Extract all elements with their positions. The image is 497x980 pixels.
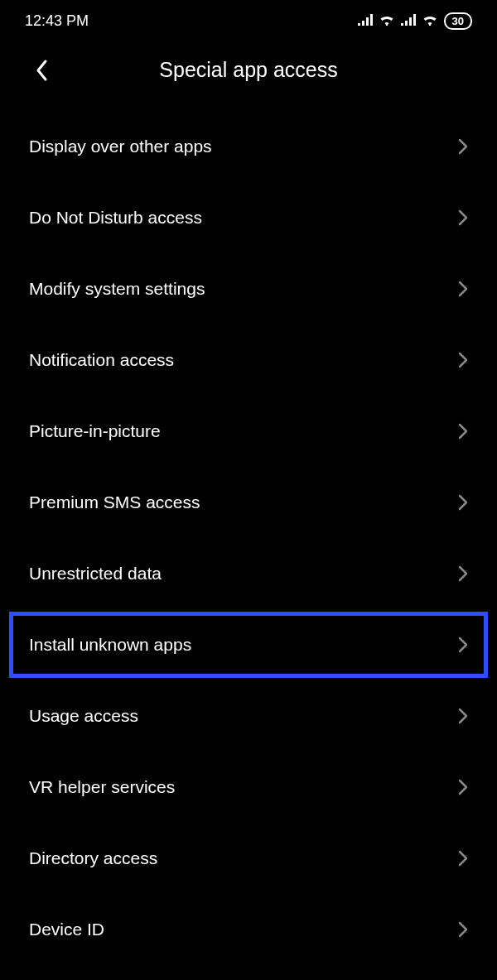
chevron-right-icon [458, 637, 468, 653]
item-label: Device ID [29, 920, 104, 939]
status-bar: 12:43 PM 30 [0, 0, 497, 41]
list-item-install-unknown-apps[interactable]: Install unknown apps [7, 609, 490, 680]
list-item-unrestricted-data[interactable]: Unrestricted data [0, 538, 497, 609]
back-button[interactable] [25, 54, 58, 87]
list-item-device-id[interactable]: Device ID [0, 894, 497, 965]
item-label: Display over other apps [29, 137, 212, 156]
status-time: 12:43 PM [25, 12, 89, 30]
battery-indicator: 30 [444, 12, 472, 30]
list-item-picture-in-picture[interactable]: Picture-in-picture [0, 396, 497, 467]
chevron-right-icon [458, 708, 468, 724]
wifi-icon-2 [422, 12, 437, 30]
chevron-right-icon [458, 850, 468, 867]
page-title: Special app access [25, 58, 472, 82]
chevron-right-icon [458, 494, 468, 511]
list-item-premium-sms-access[interactable]: Premium SMS access [0, 467, 497, 538]
item-label: Picture-in-picture [29, 421, 161, 441]
list-item-directory-access[interactable]: Directory access [0, 823, 497, 894]
list-item-notification-access[interactable]: Notification access [0, 324, 497, 396]
item-label: Notification access [29, 350, 174, 370]
signal-icon [358, 12, 373, 30]
list-item-usage-access[interactable]: Usage access [0, 680, 497, 752]
chevron-right-icon [458, 352, 468, 368]
chevron-right-icon [458, 352, 468, 368]
chevron-right-icon [458, 779, 468, 795]
list-item-do-not-disturb-access[interactable]: Do Not Disturb access [0, 182, 497, 253]
chevron-right-icon [458, 565, 468, 582]
signal-icon-2 [401, 12, 416, 30]
chevron-right-icon [458, 423, 468, 440]
chevron-right-icon [458, 281, 468, 297]
chevron-right-icon [458, 138, 468, 155]
chevron-right-icon [458, 921, 468, 938]
chevron-right-icon [458, 281, 468, 297]
chevron-left-icon [35, 59, 48, 82]
chevron-right-icon [458, 423, 468, 440]
item-label: Install unknown apps [29, 635, 191, 655]
status-icons: 30 [358, 12, 472, 30]
item-label: Premium SMS access [29, 492, 200, 512]
item-label: Unrestricted data [29, 564, 162, 584]
item-label: Directory access [29, 848, 157, 868]
chevron-right-icon [458, 494, 468, 511]
chevron-right-icon [458, 708, 468, 724]
chevron-right-icon [458, 209, 468, 226]
chevron-right-icon [458, 138, 468, 155]
chevron-right-icon [458, 637, 468, 653]
list-item-modify-system-settings[interactable]: Modify system settings [0, 253, 497, 324]
chevron-right-icon [458, 921, 468, 938]
chevron-right-icon [458, 565, 468, 582]
chevron-right-icon [458, 779, 468, 795]
chevron-right-icon [458, 209, 468, 226]
item-label: Modify system settings [29, 279, 205, 299]
list-item-vr-helper-services[interactable]: VR helper services [0, 752, 497, 823]
settings-list: Display over other appsDo Not Disturb ac… [0, 111, 497, 965]
page-header: Special app access [0, 41, 497, 111]
list-item-display-over-other-apps[interactable]: Display over other apps [0, 111, 497, 182]
item-label: VR helper services [29, 777, 175, 797]
chevron-right-icon [458, 850, 468, 867]
item-label: Do Not Disturb access [29, 208, 202, 228]
wifi-icon [379, 12, 394, 30]
item-label: Usage access [29, 706, 138, 726]
